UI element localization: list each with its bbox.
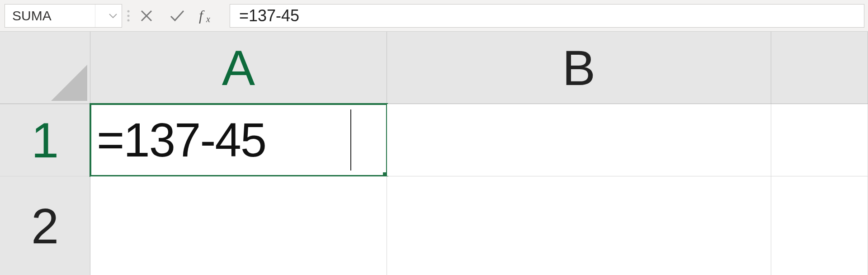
- row-header-label: 2: [31, 197, 59, 255]
- row-header-label: 1: [31, 111, 59, 169]
- cell-A2[interactable]: [90, 176, 387, 275]
- row-1: 1 =137-45: [0, 104, 868, 176]
- svg-point-0: [127, 10, 130, 12]
- formula-input-value: =137-45: [239, 6, 299, 25]
- name-box[interactable]: SUMA: [5, 4, 122, 28]
- cell-B2[interactable]: [387, 176, 771, 275]
- formula-input[interactable]: =137-45: [230, 4, 864, 28]
- cell-B1[interactable]: [387, 104, 771, 176]
- column-header-label: A: [222, 39, 255, 96]
- formula-bar-buttons: f x: [135, 4, 225, 28]
- column-header-label: B: [562, 39, 595, 96]
- name-box-dropdown-icon[interactable]: [95, 5, 117, 27]
- cell-C1[interactable]: [771, 104, 868, 176]
- enter-button[interactable]: [168, 7, 186, 25]
- select-all-button[interactable]: [0, 32, 90, 104]
- cell-A1[interactable]: =137-45: [90, 104, 387, 176]
- text-caret: [350, 109, 351, 171]
- column-header-next[interactable]: [771, 32, 868, 104]
- cell-value: =137-45: [97, 113, 266, 167]
- svg-text:f: f: [199, 8, 205, 24]
- column-headers: A B: [0, 32, 868, 104]
- worksheet: A B 1 =137-45 2: [0, 32, 868, 275]
- row-2: 2: [0, 176, 868, 275]
- row-header-1[interactable]: 1: [0, 104, 90, 176]
- row-header-2[interactable]: 2: [0, 176, 90, 275]
- cell-C2[interactable]: [771, 176, 868, 275]
- column-header-A[interactable]: A: [90, 32, 387, 104]
- name-box-value: SUMA: [12, 8, 52, 24]
- formula-bar-separator: [122, 7, 135, 25]
- svg-point-1: [127, 14, 130, 17]
- insert-function-button[interactable]: f x: [199, 7, 217, 25]
- column-header-B[interactable]: B: [387, 32, 771, 104]
- cancel-button[interactable]: [137, 7, 156, 25]
- formula-bar: SUMA f x =137-45: [0, 0, 868, 32]
- svg-point-2: [127, 19, 130, 21]
- svg-text:x: x: [206, 14, 210, 24]
